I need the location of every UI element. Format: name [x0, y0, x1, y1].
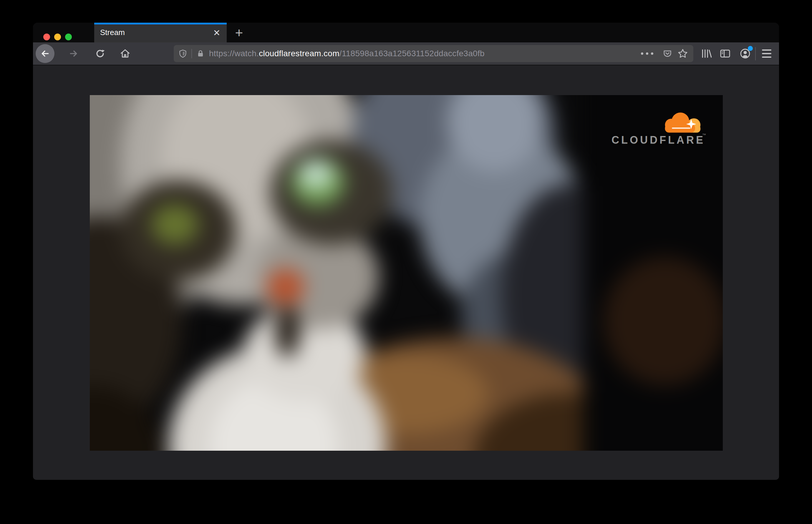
urlbar-divider [191, 49, 192, 58]
tab-stream[interactable]: Stream ✕ [94, 23, 227, 43]
reload-icon [95, 48, 105, 59]
cloudflare-wordmark-text: CLOUDFLARE [612, 134, 705, 146]
reload-button[interactable] [92, 45, 108, 62]
cloudflare-cloud-icon [657, 111, 704, 133]
menu-button[interactable] [759, 45, 775, 62]
library-icon [701, 48, 713, 59]
home-button[interactable] [117, 45, 133, 62]
video-blob [267, 269, 304, 305]
url-path: /118598a163a125631152ddaccfe3a0fb [339, 49, 485, 58]
video-blob [151, 204, 199, 245]
page-content: CLOUDFLARE ™ [33, 65, 779, 479]
close-window-button[interactable] [43, 34, 50, 40]
url-text[interactable]: https://watch.cloudflarestream.com/11859… [209, 49, 485, 58]
library-button[interactable] [698, 45, 715, 62]
new-tab-button[interactable]: + [232, 26, 246, 40]
browser-window: Stream ✕ + [33, 23, 779, 480]
tab-title: Stream [100, 28, 125, 37]
sidebar-toggle-button[interactable] [717, 45, 733, 62]
pocket-icon[interactable] [661, 47, 674, 60]
active-tab-indicator [94, 23, 227, 24]
pocket-glyph [663, 49, 672, 59]
window-controls [43, 34, 72, 40]
account-notification-dot [748, 46, 753, 51]
video-blob [299, 160, 333, 189]
star-glyph [678, 48, 688, 59]
sidebar-icon [719, 48, 731, 59]
navigation-toolbar: https://watch.cloudflarestream.com/11859… [33, 43, 779, 65]
titlebar: Stream ✕ + [33, 23, 779, 43]
back-arrow-icon [40, 49, 50, 59]
minimize-window-button[interactable] [54, 34, 61, 40]
bookmark-star-icon[interactable] [676, 47, 689, 60]
video-blob [276, 305, 299, 357]
video-blob [603, 257, 723, 386]
cloudflare-trademark: ™ [702, 133, 708, 137]
url-scheme: https://watch. [209, 49, 259, 58]
forward-button[interactable] [65, 45, 82, 62]
url-bar[interactable]: https://watch.cloudflarestream.com/11859… [174, 45, 693, 62]
tab-close-icon[interactable]: ✕ [211, 27, 223, 38]
cloudflare-wordmark: CLOUDFLARE ™ [612, 134, 705, 146]
zoom-window-button[interactable] [65, 34, 72, 40]
home-icon [120, 48, 130, 59]
page-actions-icon[interactable] [641, 52, 653, 55]
hamburger-icon [762, 49, 772, 58]
back-button[interactable] [36, 44, 54, 63]
toolbar-divider [755, 47, 756, 60]
video-blur-art [90, 95, 723, 451]
lock-icon[interactable] [196, 49, 205, 58]
cloudflare-watermark: CLOUDFLARE ™ [612, 111, 705, 146]
video-player[interactable]: CLOUDFLARE ™ [90, 95, 723, 451]
forward-arrow-icon [69, 49, 79, 59]
account-button[interactable] [737, 45, 753, 62]
url-domain: cloudflarestream.com [259, 49, 339, 58]
tracking-protection-shield-icon[interactable] [178, 49, 187, 58]
